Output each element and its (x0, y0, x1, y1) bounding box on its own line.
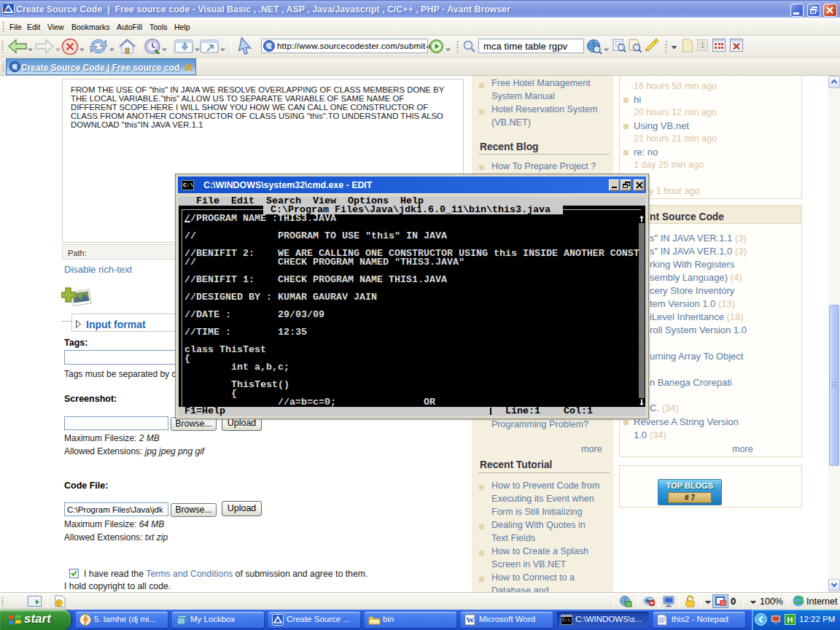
svg-text:W: W (467, 615, 475, 624)
svg-text:!: ! (58, 600, 59, 607)
svg-text:C:\: C:\ (562, 617, 570, 622)
